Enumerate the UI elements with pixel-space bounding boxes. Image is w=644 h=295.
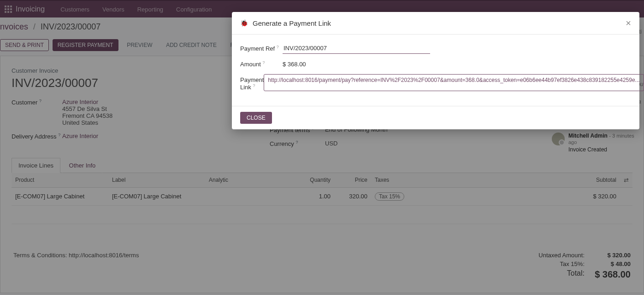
amount-value: $ 368.00: [283, 61, 306, 68]
close-button[interactable]: CLOSE: [240, 112, 272, 124]
payment-link-input[interactable]: http://localhost:8016/payment/pay?refere…: [264, 74, 644, 91]
close-icon[interactable]: ×: [626, 18, 631, 28]
payment-link-label: Payment Link ?: [240, 74, 264, 91]
payment-ref-input[interactable]: [283, 43, 430, 54]
payment-ref-label: Payment Ref ?: [240, 45, 283, 52]
bug-icon[interactable]: 🐞: [240, 19, 248, 27]
payment-link-modal: 🐞 Generate a Payment Link × Payment Ref …: [232, 12, 639, 129]
modal-title: Generate a Payment Link: [253, 19, 626, 27]
amount-label: Amount ?: [240, 60, 283, 68]
